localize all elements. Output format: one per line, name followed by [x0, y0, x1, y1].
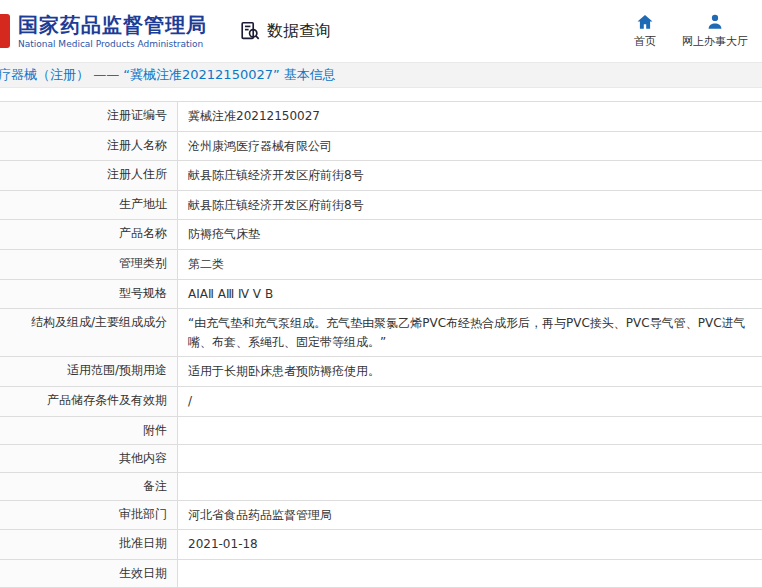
- field-value: 沧州康鸿医疗器械有限公司: [178, 132, 762, 161]
- national-emblem-icon: [0, 14, 10, 48]
- org-logo: 国家药品监督管理局 National Medical Products Admi…: [18, 13, 207, 49]
- home-icon: [636, 13, 654, 31]
- field-label: 注册人名称: [0, 132, 178, 161]
- field-label: 备注: [0, 473, 178, 500]
- table-row: 型号规格AⅠAⅡ AⅢ Ⅳ Ⅴ B: [0, 280, 762, 310]
- table-row: 产品储存条件及有效期/: [0, 387, 762, 417]
- field-value: 2021-01-18: [178, 530, 762, 559]
- field-value: 河北省食品药品监督管理局: [178, 501, 762, 530]
- table-row: 注册证编号冀械注准20212150027: [0, 102, 762, 132]
- table-row: 生产地址献县陈庄镇经济开发区府前街8号: [0, 191, 762, 221]
- field-value: AⅠAⅡ AⅢ Ⅳ Ⅴ B: [178, 280, 762, 309]
- field-value: /: [178, 387, 762, 416]
- field-label: 其他内容: [0, 445, 178, 472]
- table-row: 其他内容: [0, 445, 762, 473]
- nav-service-hall-label: 网上办事大厅: [682, 34, 748, 49]
- field-value: 防褥疮气床垫: [178, 220, 762, 249]
- top-nav: 首页 网上办事大厅: [634, 13, 748, 49]
- nav-home-label: 首页: [634, 34, 656, 49]
- table-row: 注册人住所献县陈庄镇经济开发区府前街8号: [0, 161, 762, 191]
- field-label: 注册证编号: [0, 102, 178, 131]
- field-label: 生产地址: [0, 191, 178, 220]
- data-query-tab[interactable]: 数据查询: [239, 20, 331, 42]
- table-row: 结构及组成/主要组成成分“由充气垫和充气泵组成。充气垫由聚氯乙烯PVC布经热合成…: [0, 309, 762, 357]
- field-value: “由充气垫和充气泵组成。充气垫由聚氯乙烯PVC布经热合成形后，再与PVC接头、P…: [178, 309, 762, 356]
- field-label: 产品储存条件及有效期: [0, 387, 178, 416]
- table-row: 生效日期: [0, 560, 762, 588]
- field-value: [178, 473, 762, 500]
- table-row: 管理类别第二类: [0, 250, 762, 280]
- field-value: [178, 445, 762, 472]
- org-name-cn: 国家药品监督管理局: [18, 13, 207, 37]
- breadcrumb-bar: 疗器械（注册） —— “冀械注准20212150027” 基本信息: [0, 62, 762, 88]
- person-icon: [706, 13, 724, 31]
- data-query-icon: [239, 20, 261, 42]
- field-label: 型号规格: [0, 280, 178, 309]
- field-value: [178, 560, 762, 587]
- registration-info-table: 注册证编号冀械注准20212150027 注册人名称沧州康鸿医疗器械有限公司 注…: [0, 101, 762, 588]
- org-name-en: National Medical Products Administration: [18, 39, 207, 49]
- field-label: 注册人住所: [0, 161, 178, 190]
- table-row: 批准日期2021-01-18: [0, 530, 762, 560]
- field-label: 管理类别: [0, 250, 178, 279]
- data-query-label: 数据查询: [267, 21, 331, 42]
- table-row: 附件: [0, 417, 762, 445]
- field-value: [178, 417, 762, 444]
- field-label: 适用范围/预期用途: [0, 357, 178, 386]
- table-row: 注册人名称沧州康鸿医疗器械有限公司: [0, 132, 762, 162]
- field-value: 适用于长期卧床患者预防褥疮使用。: [178, 357, 762, 386]
- table-row: 备注: [0, 473, 762, 501]
- field-value: 献县陈庄镇经济开发区府前街8号: [178, 191, 762, 220]
- field-label: 生效日期: [0, 560, 178, 587]
- table-row: 产品名称防褥疮气床垫: [0, 220, 762, 250]
- field-label: 批准日期: [0, 530, 178, 559]
- field-value: 献县陈庄镇经济开发区府前街8号: [178, 161, 762, 190]
- nav-home[interactable]: 首页: [634, 13, 656, 49]
- table-row: 审批部门河北省食品药品监督管理局: [0, 501, 762, 531]
- table-row: 适用范围/预期用途适用于长期卧床患者预防褥疮使用。: [0, 357, 762, 387]
- field-value: 冀械注准20212150027: [178, 102, 762, 131]
- field-label: 附件: [0, 417, 178, 444]
- nav-service-hall[interactable]: 网上办事大厅: [682, 13, 748, 49]
- field-value: 第二类: [178, 250, 762, 279]
- field-label: 结构及组成/主要组成成分: [0, 309, 178, 356]
- field-label: 审批部门: [0, 501, 178, 530]
- page-header: 国家药品监督管理局 National Medical Products Admi…: [0, 0, 762, 62]
- breadcrumb: 疗器械（注册） —— “冀械注准20212150027” 基本信息: [0, 66, 336, 84]
- field-label: 产品名称: [0, 220, 178, 249]
